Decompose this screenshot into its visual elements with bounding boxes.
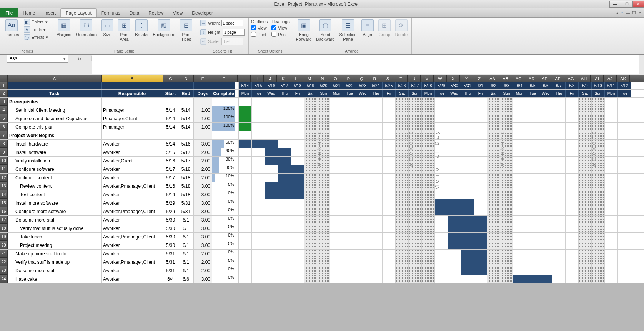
gantt-cell[interactable]	[448, 258, 461, 266]
col-D[interactable]: D	[178, 75, 194, 82]
gantt-cell[interactable]	[369, 275, 383, 283]
gantt-cell[interactable]	[383, 241, 396, 249]
orientation-button[interactable]: ⬚Orientation	[74, 18, 98, 38]
gantt-cell[interactable]	[239, 98, 252, 106]
gantt-cell[interactable]	[317, 157, 330, 165]
gantt-cell[interactable]	[435, 140, 448, 148]
background-button[interactable]: ▨Background	[151, 18, 177, 38]
row-5[interactable]: 5	[0, 114, 8, 122]
gantt-cell[interactable]	[539, 148, 552, 156]
gantt-cell[interactable]	[265, 131, 278, 139]
cell[interactable]: 5/25	[383, 82, 396, 89]
gantt-cell[interactable]	[592, 174, 605, 182]
cell[interactable]: Project meeting	[8, 241, 102, 249]
gantt-cell[interactable]	[343, 216, 356, 224]
gantt-cell[interactable]	[265, 241, 278, 249]
gantt-cell[interactable]	[278, 233, 291, 241]
gantt-cell[interactable]	[435, 241, 448, 249]
gantt-cell[interactable]	[291, 106, 304, 114]
gantt-cell[interactable]	[356, 165, 369, 173]
cell[interactable]: 3.00	[194, 207, 212, 215]
gantt-cell[interactable]	[566, 140, 579, 148]
cell[interactable]: Verify that stuff is made up	[8, 258, 102, 266]
gantt-cell[interactable]	[409, 250, 422, 258]
gantt-cell[interactable]	[579, 98, 592, 106]
gantt-cell[interactable]	[304, 174, 317, 182]
col-AC[interactable]: AC	[512, 75, 525, 82]
cell[interactable]: 6/6	[178, 275, 194, 283]
cell[interactable]: 6/8	[566, 82, 579, 89]
gantt-cell[interactable]	[474, 275, 487, 283]
gantt-cell[interactable]	[487, 174, 500, 182]
gantt-cell[interactable]	[552, 275, 566, 283]
gantt-cell[interactable]	[605, 148, 618, 156]
gantt-cell[interactable]	[356, 157, 369, 165]
gantt-cell[interactable]	[474, 216, 487, 224]
gantt-cell[interactable]	[513, 266, 526, 275]
gantt-cell[interactable]	[356, 98, 369, 106]
gantt-cell[interactable]	[592, 266, 605, 275]
doc-restore-icon[interactable]: ☐	[632, 10, 636, 15]
gantt-cell[interactable]	[343, 241, 356, 249]
gantt-cell[interactable]	[579, 106, 592, 114]
cell[interactable]: 100%	[212, 106, 235, 114]
cell[interactable]	[235, 123, 239, 131]
gantt-cell[interactable]	[409, 123, 422, 131]
gantt-cell[interactable]	[239, 182, 252, 190]
gantt-cell[interactable]	[552, 258, 566, 266]
gantt-cell[interactable]	[592, 123, 605, 131]
cell[interactable]	[235, 157, 239, 165]
gantt-cell[interactable]	[356, 123, 369, 131]
cell[interactable]	[194, 98, 212, 106]
cell[interactable]	[235, 266, 239, 275]
gantt-cell[interactable]	[369, 233, 383, 241]
gantt-cell[interactable]	[369, 98, 383, 106]
gantt-cell[interactable]	[474, 190, 487, 199]
gantt-cell[interactable]	[435, 157, 448, 165]
doc-minimize-icon[interactable]: —	[626, 11, 630, 15]
gantt-cell[interactable]	[383, 174, 396, 182]
row-24[interactable]: 24	[0, 275, 8, 283]
cell[interactable]: Aworker	[102, 140, 163, 148]
gantt-cell[interactable]	[265, 98, 278, 106]
cell[interactable]: 30%	[212, 165, 235, 173]
gantt-cell[interactable]	[474, 174, 487, 182]
gantt-cell[interactable]	[474, 131, 487, 139]
cell[interactable]: Mon	[605, 90, 618, 97]
gantt-cell[interactable]	[304, 106, 317, 114]
gantt-cell[interactable]	[265, 266, 278, 275]
gantt-cell[interactable]	[487, 275, 500, 283]
gantt-cell[interactable]	[526, 199, 539, 207]
gantt-cell[interactable]	[618, 275, 631, 283]
cell[interactable]	[102, 131, 163, 139]
gantt-cell[interactable]	[566, 131, 579, 139]
gantt-cell[interactable]	[343, 123, 356, 131]
gantt-cell[interactable]	[605, 106, 618, 114]
gantt-cell[interactable]	[317, 182, 330, 190]
gantt-cell[interactable]	[396, 165, 409, 173]
col-V[interactable]: V	[421, 75, 434, 82]
gantt-cell[interactable]	[291, 148, 304, 156]
cell[interactable]: 6/9	[579, 82, 592, 89]
gantt-cell[interactable]	[448, 140, 461, 148]
cell[interactable]: 5/16	[163, 148, 178, 156]
gantt-cell[interactable]	[448, 131, 461, 139]
gantt-cell[interactable]	[330, 131, 343, 139]
gantt-cell[interactable]	[304, 165, 317, 173]
cell[interactable]: Sun	[500, 90, 513, 97]
gantt-cell[interactable]	[330, 106, 343, 114]
gantt-cell[interactable]	[618, 148, 631, 156]
printtitles-button[interactable]: ⊟Print Titles	[178, 18, 194, 42]
cell[interactable]: 3.00	[194, 216, 212, 224]
col-L[interactable]: L	[290, 75, 303, 82]
cell[interactable]: Thu	[461, 90, 474, 97]
gantt-cell[interactable]	[422, 114, 435, 122]
gantt-cell[interactable]	[566, 250, 579, 258]
gantt-cell[interactable]	[343, 207, 356, 215]
gantt-cell[interactable]	[461, 165, 474, 173]
gantt-cell[interactable]	[500, 140, 513, 148]
gantt-cell[interactable]	[592, 233, 605, 241]
gantt-cell[interactable]	[278, 182, 291, 190]
gantt-cell[interactable]	[618, 157, 631, 165]
gantt-cell[interactable]	[356, 148, 369, 156]
